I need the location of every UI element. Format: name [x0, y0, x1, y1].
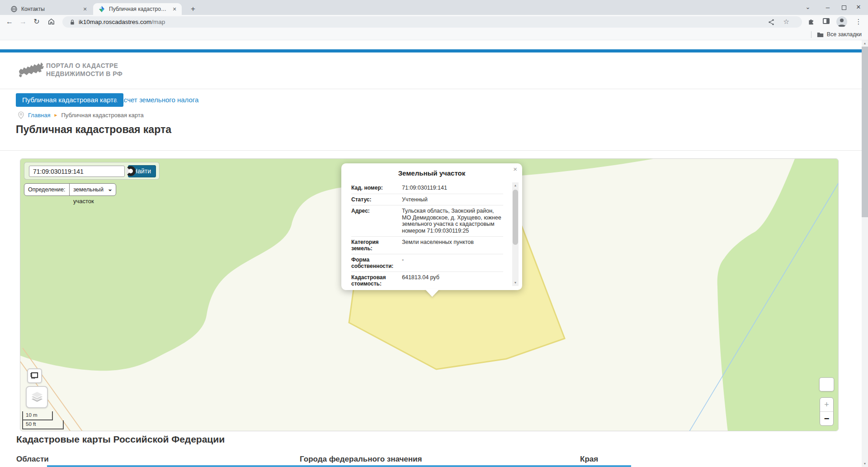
scale-metric: 10 m [22, 411, 53, 420]
maximize-icon [842, 5, 846, 10]
row-label: Адрес: [351, 205, 398, 236]
site-logo-text: ПОРТАЛ О КАДАСТРЕ НЕДВИЖИМОСТИ В РФ [46, 62, 123, 78]
footer-section-title: Кадастровые карты Российской Федерации [16, 434, 225, 445]
page-scrollbar[interactable]: ▲ ▼ [862, 40, 868, 467]
table-row: Форма собственности: - [351, 254, 503, 272]
parcel-info-popup: × Земельный участок Кад. номер: 71:09:03… [341, 163, 522, 290]
row-label: Кадастровая стоимость: [351, 272, 398, 286]
breadcrumb-separator-icon: ▸ [54, 112, 57, 118]
tab-search-chevron-icon[interactable]: ⌄ [801, 0, 815, 15]
page-content: ПОРТАЛ О КАДАСТРЕ НЕДВИЖИМОСТИ В РФ Публ… [0, 40, 862, 467]
new-tab-button[interactable]: + [187, 3, 199, 15]
fullscreen-button[interactable] [819, 377, 834, 391]
popup-attributes-table[interactable]: Кад. номер: 71:09:030119:141 Статус: Учт… [351, 182, 503, 286]
definition-filter[interactable]: Определение: земельный участок ⌄ [24, 183, 116, 196]
breadcrumb: Главная ▸ Публичная кадастровая карта [18, 111, 144, 119]
browser-menu-button[interactable]: ⋮ [853, 15, 864, 29]
divider [69, 184, 70, 195]
site-favicon [98, 5, 105, 13]
chevron-down-icon: ⌄ [108, 184, 113, 195]
measure-tool-button[interactable] [27, 368, 42, 383]
table-row: Статус: Учтенный [351, 194, 503, 206]
window-minimize-button[interactable]: – [821, 0, 835, 15]
zoom-out-button[interactable]: − [820, 412, 833, 426]
popup-scrollbar[interactable]: ▲ ▼ [512, 182, 519, 286]
url-text: ik10map.roscadastres.com/map [79, 16, 165, 28]
scale-imperial: 50 ft [22, 420, 64, 429]
extensions-button[interactable] [807, 17, 815, 27]
globe-icon [10, 5, 18, 13]
url-host: ik10map.roscadastres.com [79, 19, 151, 25]
bookmark-star-icon[interactable]: ☆ [783, 16, 789, 28]
side-panel-icon [826, 19, 829, 23]
row-label: Форма собственности: [351, 254, 398, 272]
cadastral-map[interactable]: Найти Определение: земельный участок ⌄ ×… [20, 158, 839, 431]
scroll-down-icon[interactable]: ▼ [512, 280, 519, 286]
profile-avatar[interactable] [836, 16, 847, 27]
puzzle-icon [807, 17, 815, 25]
russia-map-logo-icon [18, 60, 44, 79]
browser-window: Контакты ✕ Публичная кадастровая ка ✕ + … [0, 0, 868, 467]
popup-tail [425, 289, 439, 297]
breadcrumb-home-link[interactable]: Главная [28, 112, 50, 119]
nav-tab-public-map[interactable]: Публичная кадастровая карта [16, 93, 123, 107]
breadcrumb-current: Публичная кадастровая карта [61, 112, 144, 119]
layers-button[interactable] [26, 386, 48, 408]
logo-line-2: НЕДВИЖИМОСТИ В РФ [46, 70, 123, 78]
scroll-up-icon[interactable]: ▲ [862, 40, 868, 47]
back-button[interactable]: ← [4, 15, 15, 29]
scroll-down-icon[interactable]: ▼ [862, 461, 868, 467]
folder-icon [817, 32, 824, 38]
page-title: Публичная кадастровая карта [16, 124, 171, 136]
row-label: Статус: [351, 194, 398, 205]
row-value: Тульская область, Заокский район, МО Дем… [398, 205, 503, 236]
tab-strip: Контакты ✕ Публичная кадастровая ка ✕ + … [0, 0, 868, 15]
nav-tab-land-tax[interactable]: Расчет земельного налога [116, 93, 198, 107]
footer-column-federal-cities: Города федерального значения [300, 455, 422, 464]
table-row: Адрес: Тульская область, Заокский район,… [351, 205, 503, 237]
divider [0, 89, 862, 89]
scroll-up-icon[interactable]: ▲ [512, 182, 519, 189]
window-close-button[interactable]: ✕ [852, 0, 865, 15]
loading-spinner-icon [126, 166, 136, 176]
row-label: Категория земель: [351, 237, 398, 254]
window-maximize-button[interactable] [837, 0, 851, 15]
zoom-control: + − [820, 397, 834, 426]
url-path: /map [151, 19, 165, 25]
footer-column-krais: Края [580, 455, 598, 464]
scrollbar-thumb[interactable] [513, 190, 518, 245]
ruler-icon [30, 371, 39, 381]
home-button[interactable] [45, 15, 57, 29]
zoom-in-button[interactable]: + [820, 398, 833, 412]
table-row: Кад. номер: 71:09:030119:141 [351, 182, 503, 194]
share-icon[interactable] [768, 19, 775, 26]
all-bookmarks-label: Все закладки [827, 31, 862, 38]
row-value: - [398, 254, 503, 272]
tab-title: Публичная кадастровая ка [109, 6, 167, 12]
layers-icon [30, 391, 44, 404]
scrollbar-thumb[interactable] [862, 47, 868, 217]
close-icon[interactable]: ✕ [81, 5, 89, 13]
definition-label: Определение: [28, 184, 66, 195]
cadastral-search-input[interactable] [29, 166, 125, 177]
popup-title: Земельный участок [341, 169, 522, 177]
tab-cadastral-map[interactable]: Публичная кадастровая ка ✕ [93, 3, 182, 15]
tab-contacts[interactable]: Контакты ✕ [5, 3, 92, 15]
row-value: 641813.04 руб [398, 272, 503, 286]
person-icon [836, 16, 847, 27]
table-row: Кадастровая стоимость: 641813.04 руб [351, 272, 503, 286]
row-value: Учтенный [398, 194, 503, 205]
row-value: 71:09:030119:141 [398, 182, 503, 194]
divider [0, 150, 862, 151]
reload-button[interactable]: ↻ [31, 15, 42, 29]
address-bar[interactable]: ik10map.roscadastres.com/map ☆ [62, 16, 802, 28]
forward-button[interactable]: → [17, 15, 29, 29]
row-value: Земли населенных пунктов [398, 237, 503, 254]
footer-accent-strip [47, 465, 631, 467]
row-label: Кад. номер: [351, 182, 398, 194]
tab-title: Контакты [21, 6, 78, 12]
close-icon[interactable]: ✕ [171, 5, 178, 13]
home-icon [47, 18, 55, 25]
all-bookmarks-button[interactable]: Все закладки [811, 29, 862, 40]
side-panel-button[interactable] [823, 18, 830, 24]
